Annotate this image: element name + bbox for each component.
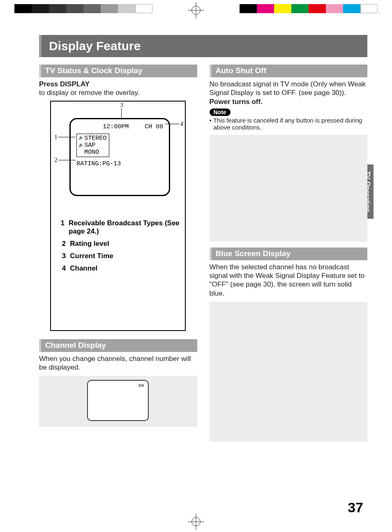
press-display-label: Press DISPLAY [39,80,90,88]
osd-time: 12:00PM [103,123,129,130]
auto-shut-off-body2: Power turns off. [210,97,368,106]
blue-screen-body: When the selected channel has no broadca… [210,263,368,298]
note-label: Note [210,109,231,116]
small-channel-number: 08 [138,383,144,388]
blue-screen-graybox [210,302,368,442]
page-number: 37 [348,500,363,516]
callout-3: 3 [120,102,123,109]
print-reg-color [240,4,378,13]
tv-status-figure: 3 4 1 2 12:00PM CH 08 🔊STEREO 🔊SAP [50,101,186,331]
legend-item-3: Current Time [70,252,113,260]
page-title: Display Feature [39,35,367,57]
callout-1: 1 [54,134,58,141]
callout-4: 4 [180,120,183,127]
callout-2: 2 [54,157,58,164]
channel-display-body: When you change channels, channel number… [39,354,197,372]
heading-blue-screen: Blue Screen Display [210,247,368,260]
note-text: • This feature is canceled if any button… [210,117,368,131]
press-display-desc: to display or remove the overlay. [39,89,139,97]
speaker-icon: 🔊 [78,143,83,148]
auto-shut-off-body1: No broadcast signal in TV mode (Only whe… [210,80,368,97]
osd-channel: CH 08 [145,123,163,130]
crop-mark-top-icon [190,4,202,16]
crop-mark-bottom-icon [190,516,202,528]
tv-screen-illustration: 12:00PM CH 08 🔊STEREO 🔊SAP 🔊MONO RATING:… [69,118,170,196]
legend-item-2: Rating level [70,240,109,248]
tv-small-illustration: 08 [87,380,149,421]
speaker-icon: 🔊 [78,136,83,141]
legend-item-4: Channel [70,264,97,273]
heading-auto-shut-off: Auto Shut Off [210,65,368,77]
osd-rating: RATING:PG-13 [76,160,121,167]
heading-channel-display: Channel Display [39,339,197,352]
print-reg-gray [14,4,152,13]
auto-shut-off-graybox [210,135,368,242]
legend-item-1: Receivable Broadcast Types (See page 24.… [69,219,182,236]
heading-tv-status: TV Status & Clock Display [39,65,197,77]
channel-display-graybox: 08 [39,376,197,427]
osd-audio-box: 🔊STEREO 🔊SAP 🔊MONO [76,134,109,157]
